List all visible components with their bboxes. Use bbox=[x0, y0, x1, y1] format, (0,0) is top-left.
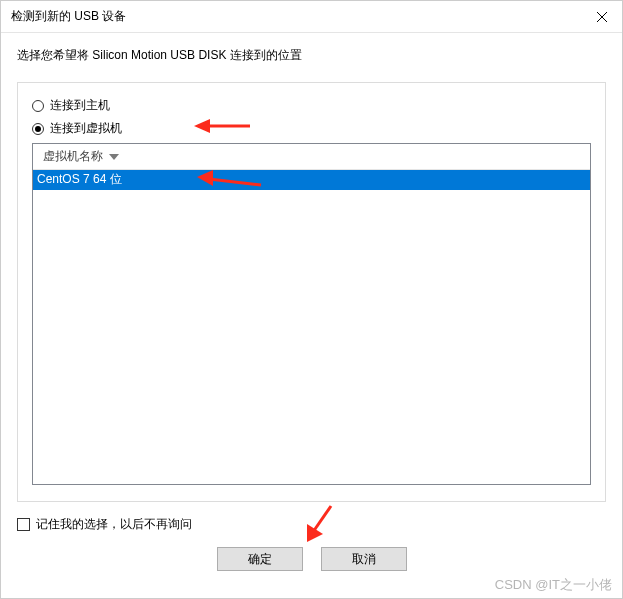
dialog-title: 检测到新的 USB 设备 bbox=[11, 8, 126, 25]
close-icon bbox=[597, 12, 607, 22]
list-item-label: CentOS 7 64 位 bbox=[37, 172, 122, 186]
list-item[interactable]: CentOS 7 64 位 bbox=[33, 170, 590, 190]
radio-connect-host[interactable]: 连接到主机 bbox=[32, 97, 591, 114]
sort-caret-icon bbox=[109, 154, 119, 160]
radio-host-label: 连接到主机 bbox=[50, 97, 110, 114]
button-row: 确定 取消 bbox=[17, 547, 606, 585]
ok-button[interactable]: 确定 bbox=[217, 547, 303, 571]
vm-list-header-label: 虚拟机名称 bbox=[43, 148, 103, 165]
checkbox-icon bbox=[17, 518, 30, 531]
annotation-arrow-icon bbox=[192, 116, 252, 136]
connection-target-group: 连接到主机 连接到虚拟机 虚拟机名称 bbox=[17, 82, 606, 502]
remember-label: 记住我的选择，以后不再询问 bbox=[36, 516, 192, 533]
radio-icon bbox=[32, 100, 44, 112]
ok-button-label: 确定 bbox=[248, 551, 272, 568]
dialog-content: 选择您希望将 Silicon Motion USB DISK 连接到的位置 连接… bbox=[1, 33, 622, 502]
svg-marker-3 bbox=[194, 119, 210, 133]
vm-list-body: CentOS 7 64 位 bbox=[33, 170, 590, 484]
vm-listbox[interactable]: 虚拟机名称 CentOS 7 64 位 bbox=[32, 143, 591, 485]
dialog-footer: 记住我的选择，以后不再询问 确定 取消 bbox=[1, 516, 622, 585]
subtitle-text: 选择您希望将 Silicon Motion USB DISK 连接到的位置 bbox=[17, 47, 606, 64]
svg-marker-4 bbox=[109, 154, 119, 160]
titlebar: 检测到新的 USB 设备 bbox=[1, 1, 622, 33]
radio-connect-vm[interactable]: 连接到虚拟机 bbox=[32, 120, 591, 137]
vm-list-header[interactable]: 虚拟机名称 bbox=[33, 144, 590, 170]
remember-choice-checkbox[interactable]: 记住我的选择，以后不再询问 bbox=[17, 516, 606, 533]
radio-icon bbox=[32, 123, 44, 135]
cancel-button-label: 取消 bbox=[352, 551, 376, 568]
usb-device-dialog: 检测到新的 USB 设备 选择您希望将 Silicon Motion USB D… bbox=[0, 0, 623, 599]
close-button[interactable] bbox=[582, 2, 622, 32]
radio-vm-label: 连接到虚拟机 bbox=[50, 120, 122, 137]
cancel-button[interactable]: 取消 bbox=[321, 547, 407, 571]
